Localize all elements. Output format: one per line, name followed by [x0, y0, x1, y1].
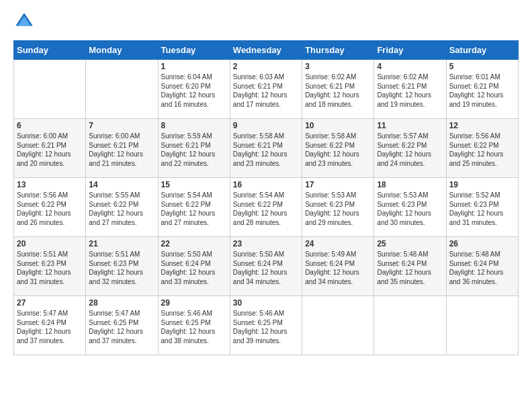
header [13, 11, 519, 32]
calendar-header-row: SundayMondayTuesdayWednesdayThursdayFrid… [14, 41, 519, 60]
day-info: Sunrise: 5:51 AM Sunset: 6:23 PM Dayligh… [17, 250, 83, 286]
calendar-cell: 10Sunrise: 5:58 AM Sunset: 6:22 PM Dayli… [302, 119, 374, 178]
day-number: 2 [233, 62, 299, 71]
day-number: 3 [305, 62, 371, 71]
day-number: 24 [305, 239, 371, 248]
calendar-header-thursday: Thursday [302, 41, 374, 60]
day-info: Sunrise: 6:01 AM Sunset: 6:21 PM Dayligh… [449, 73, 515, 109]
calendar-header-sunday: Sunday [14, 41, 86, 60]
calendar-cell: 8Sunrise: 5:59 AM Sunset: 6:21 PM Daylig… [158, 119, 230, 178]
day-number: 11 [377, 121, 443, 130]
day-info: Sunrise: 5:50 AM Sunset: 6:24 PM Dayligh… [161, 250, 227, 286]
day-number: 19 [449, 180, 515, 189]
day-info: Sunrise: 5:47 AM Sunset: 6:24 PM Dayligh… [17, 309, 83, 345]
day-info: Sunrise: 5:58 AM Sunset: 6:21 PM Dayligh… [233, 132, 299, 168]
day-number: 1 [161, 62, 227, 71]
day-number: 15 [161, 180, 227, 189]
day-info: Sunrise: 5:46 AM Sunset: 6:25 PM Dayligh… [233, 309, 299, 345]
calendar-cell: 15Sunrise: 5:54 AM Sunset: 6:22 PM Dayli… [158, 178, 230, 237]
calendar-cell: 21Sunrise: 5:51 AM Sunset: 6:23 PM Dayli… [86, 237, 158, 296]
day-info: Sunrise: 5:46 AM Sunset: 6:25 PM Dayligh… [161, 309, 227, 345]
calendar-header-saturday: Saturday [446, 41, 518, 60]
calendar-cell: 14Sunrise: 5:55 AM Sunset: 6:22 PM Dayli… [86, 178, 158, 237]
day-info: Sunrise: 5:47 AM Sunset: 6:25 PM Dayligh… [89, 309, 154, 345]
calendar-cell: 16Sunrise: 5:54 AM Sunset: 6:22 PM Dayli… [230, 178, 302, 237]
day-info: Sunrise: 5:52 AM Sunset: 6:23 PM Dayligh… [449, 191, 515, 227]
logo [13, 11, 38, 32]
day-info: Sunrise: 6:02 AM Sunset: 6:21 PM Dayligh… [305, 73, 371, 109]
day-number: 9 [233, 121, 299, 130]
day-number: 18 [377, 180, 443, 189]
day-number: 23 [233, 239, 299, 248]
calendar-cell: 5Sunrise: 6:01 AM Sunset: 6:21 PM Daylig… [446, 60, 518, 119]
day-number: 20 [17, 239, 83, 248]
calendar-cell: 17Sunrise: 5:53 AM Sunset: 6:23 PM Dayli… [302, 178, 374, 237]
day-number: 26 [449, 239, 515, 248]
calendar-cell [374, 296, 446, 355]
day-info: Sunrise: 5:58 AM Sunset: 6:22 PM Dayligh… [305, 132, 371, 168]
day-number: 5 [449, 62, 515, 71]
day-info: Sunrise: 5:49 AM Sunset: 6:24 PM Dayligh… [305, 250, 371, 286]
day-info: Sunrise: 5:48 AM Sunset: 6:24 PM Dayligh… [377, 250, 443, 286]
day-info: Sunrise: 5:56 AM Sunset: 6:22 PM Dayligh… [449, 132, 515, 168]
calendar-cell [14, 60, 86, 119]
day-number: 12 [449, 121, 515, 130]
day-info: Sunrise: 5:56 AM Sunset: 6:22 PM Dayligh… [17, 191, 83, 227]
calendar-cell: 4Sunrise: 6:02 AM Sunset: 6:21 PM Daylig… [374, 60, 446, 119]
day-number: 21 [89, 239, 154, 248]
calendar-cell: 22Sunrise: 5:50 AM Sunset: 6:24 PM Dayli… [158, 237, 230, 296]
day-info: Sunrise: 5:48 AM Sunset: 6:24 PM Dayligh… [449, 250, 515, 286]
calendar-cell: 9Sunrise: 5:58 AM Sunset: 6:21 PM Daylig… [230, 119, 302, 178]
day-info: Sunrise: 5:57 AM Sunset: 6:22 PM Dayligh… [377, 132, 443, 168]
day-number: 10 [305, 121, 371, 130]
calendar-cell [302, 296, 374, 355]
calendar-week-2: 6Sunrise: 6:00 AM Sunset: 6:21 PM Daylig… [14, 119, 519, 178]
calendar-cell: 1Sunrise: 6:04 AM Sunset: 6:20 PM Daylig… [158, 60, 230, 119]
day-number: 14 [89, 180, 154, 189]
day-info: Sunrise: 6:04 AM Sunset: 6:20 PM Dayligh… [161, 73, 227, 109]
day-info: Sunrise: 6:03 AM Sunset: 6:21 PM Dayligh… [233, 73, 299, 109]
day-number: 25 [377, 239, 443, 248]
calendar-header-tuesday: Tuesday [158, 41, 230, 60]
calendar-cell: 7Sunrise: 6:00 AM Sunset: 6:21 PM Daylig… [86, 119, 158, 178]
calendar-cell: 12Sunrise: 5:56 AM Sunset: 6:22 PM Dayli… [446, 119, 518, 178]
calendar-cell: 26Sunrise: 5:48 AM Sunset: 6:24 PM Dayli… [446, 237, 518, 296]
day-info: Sunrise: 6:00 AM Sunset: 6:21 PM Dayligh… [17, 132, 83, 168]
calendar-week-3: 13Sunrise: 5:56 AM Sunset: 6:22 PM Dayli… [14, 178, 519, 237]
logo-icon [13, 11, 35, 32]
calendar-cell: 29Sunrise: 5:46 AM Sunset: 6:25 PM Dayli… [158, 296, 230, 355]
day-info: Sunrise: 5:53 AM Sunset: 6:23 PM Dayligh… [305, 191, 371, 227]
day-number: 8 [161, 121, 227, 130]
calendar-cell: 11Sunrise: 5:57 AM Sunset: 6:22 PM Dayli… [374, 119, 446, 178]
day-number: 4 [377, 62, 443, 71]
page: SundayMondayTuesdayWednesdayThursdayFrid… [0, 0, 532, 411]
calendar-cell: 18Sunrise: 5:53 AM Sunset: 6:23 PM Dayli… [374, 178, 446, 237]
day-info: Sunrise: 5:59 AM Sunset: 6:21 PM Dayligh… [161, 132, 227, 168]
calendar-header-wednesday: Wednesday [230, 41, 302, 60]
day-number: 22 [161, 239, 227, 248]
day-number: 13 [17, 180, 83, 189]
calendar-cell: 30Sunrise: 5:46 AM Sunset: 6:25 PM Dayli… [230, 296, 302, 355]
calendar-header-monday: Monday [86, 41, 158, 60]
calendar-cell: 24Sunrise: 5:49 AM Sunset: 6:24 PM Dayli… [302, 237, 374, 296]
day-number: 28 [89, 298, 154, 308]
day-info: Sunrise: 5:54 AM Sunset: 6:22 PM Dayligh… [233, 191, 299, 227]
day-info: Sunrise: 5:55 AM Sunset: 6:22 PM Dayligh… [89, 191, 154, 227]
calendar-cell: 23Sunrise: 5:50 AM Sunset: 6:24 PM Dayli… [230, 237, 302, 296]
calendar-cell [86, 60, 158, 119]
calendar-cell: 6Sunrise: 6:00 AM Sunset: 6:21 PM Daylig… [14, 119, 86, 178]
day-info: Sunrise: 5:50 AM Sunset: 6:24 PM Dayligh… [233, 250, 299, 286]
calendar-cell: 28Sunrise: 5:47 AM Sunset: 6:25 PM Dayli… [86, 296, 158, 355]
day-number: 6 [17, 121, 83, 130]
calendar-header-friday: Friday [374, 41, 446, 60]
calendar-cell: 19Sunrise: 5:52 AM Sunset: 6:23 PM Dayli… [446, 178, 518, 237]
calendar-week-5: 27Sunrise: 5:47 AM Sunset: 6:24 PM Dayli… [14, 296, 519, 355]
day-number: 30 [233, 298, 299, 308]
day-number: 17 [305, 180, 371, 189]
day-info: Sunrise: 5:54 AM Sunset: 6:22 PM Dayligh… [161, 191, 227, 227]
calendar-cell: 13Sunrise: 5:56 AM Sunset: 6:22 PM Dayli… [14, 178, 86, 237]
day-number: 7 [89, 121, 154, 130]
calendar-cell: 27Sunrise: 5:47 AM Sunset: 6:24 PM Dayli… [14, 296, 86, 355]
calendar-cell: 3Sunrise: 6:02 AM Sunset: 6:21 PM Daylig… [302, 60, 374, 119]
day-info: Sunrise: 6:00 AM Sunset: 6:21 PM Dayligh… [89, 132, 154, 168]
